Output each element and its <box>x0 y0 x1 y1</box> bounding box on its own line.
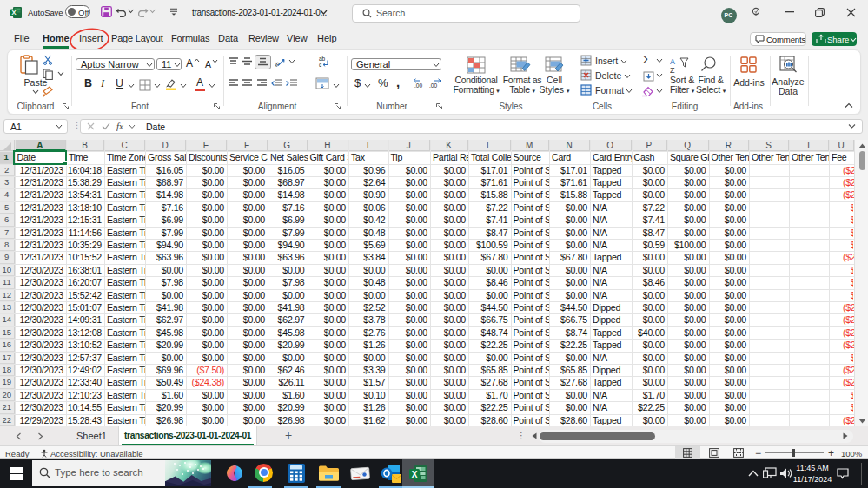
svg-text:c: c <box>319 62 322 68</box>
svg-text:X: X <box>11 9 16 16</box>
svg-text:.00: .00 <box>429 82 437 89</box>
svg-text:Z: Z <box>670 66 675 74</box>
svg-text:.00: .00 <box>414 82 422 89</box>
svg-text:X: X <box>412 469 418 478</box>
svg-text:A: A <box>670 57 675 66</box>
svg-text:ab: ab <box>319 56 326 62</box>
